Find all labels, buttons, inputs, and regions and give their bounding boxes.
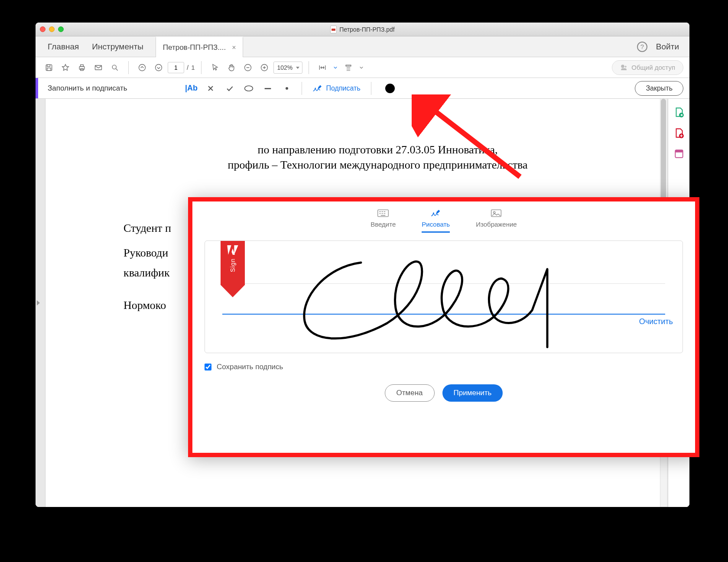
fill-sign-toolbar: Заполнить и подписать |Ab Подписать Зак [36, 78, 689, 99]
titlebar: Петров-ПП-РПЗ.pdf [36, 23, 689, 36]
edit-pdf-icon[interactable] [673, 148, 685, 159]
nav-home[interactable]: Главная [48, 42, 79, 52]
clear-signature-button[interactable]: Очистить [639, 317, 673, 326]
close-fill-sign-button[interactable]: Закрыть [635, 81, 683, 96]
page-current-input[interactable] [168, 62, 184, 73]
save-signature-checkbox[interactable] [205, 364, 211, 370]
signature-tab-image[interactable]: Изображение [476, 208, 517, 233]
chevron-down-icon[interactable] [332, 60, 339, 75]
star-icon[interactable] [58, 60, 73, 75]
zoom-out-icon[interactable] [240, 60, 255, 75]
fit-width-icon[interactable] [315, 60, 330, 75]
tab-type-label: Введите [370, 221, 396, 228]
svg-rect-20 [675, 150, 682, 152]
svg-rect-1 [47, 65, 50, 66]
signature-canvas[interactable]: Sign Очистить [205, 240, 683, 353]
checkmark-tool-icon[interactable] [221, 81, 238, 96]
share-button[interactable]: Общий доступ [612, 60, 683, 75]
document-tab[interactable]: Петров-ПП-РПЗ.... × [156, 36, 244, 57]
color-picker[interactable] [385, 84, 395, 93]
dot-tool-icon[interactable] [278, 81, 296, 96]
save-signature-row[interactable]: Сохранить подпись [205, 363, 683, 371]
page-sep: / [187, 64, 188, 71]
svg-rect-3 [79, 66, 84, 69]
svg-point-16 [286, 87, 288, 90]
svg-point-9 [156, 64, 162, 71]
svg-rect-4 [81, 65, 84, 66]
tabbar: Главная Инструменты Петров-ПП-РПЗ.... × … [36, 36, 689, 57]
page-up-icon[interactable] [135, 60, 150, 75]
svg-rect-2 [47, 68, 51, 70]
login-button[interactable]: Войти [656, 42, 679, 52]
create-pdf-icon[interactable] [673, 127, 685, 139]
doc-line-1: по направлению подготовки 27.03.05 Иннов… [124, 142, 632, 157]
text-tool-button[interactable]: |Ab [183, 81, 200, 96]
tab-draw-label: Рисовать [422, 221, 450, 228]
accent-bar [36, 78, 38, 98]
save-signature-label: Сохранить подпись [217, 363, 283, 371]
page-total: 1 [191, 64, 195, 71]
fill-sign-title: Заполнить и подписать [42, 84, 145, 93]
signature-tab-draw[interactable]: Рисовать [422, 208, 450, 233]
hand-tool-icon[interactable] [224, 60, 239, 75]
zoom-in-icon[interactable] [257, 60, 272, 75]
zoom-value: 102% [277, 64, 293, 71]
document-tab-label: Петров-ПП-РПЗ.... [163, 43, 226, 52]
x-mark-tool-icon[interactable] [202, 81, 219, 96]
sign-label: Подписать [326, 84, 361, 92]
signature-dialog: Введите Рисовать Изображение Sign Очисти… [188, 197, 699, 457]
sign-button[interactable]: Подписать [308, 84, 365, 93]
oval-tool-icon[interactable] [240, 81, 257, 96]
line-tool-icon[interactable] [259, 81, 276, 96]
svg-point-13 [621, 65, 624, 68]
nav-tools[interactable]: Инструменты [92, 42, 143, 52]
page-down-icon[interactable] [151, 60, 166, 75]
drawn-signature [270, 245, 608, 349]
main-toolbar: / 1 102% [36, 57, 689, 78]
export-pdf-icon[interactable] [673, 107, 685, 118]
ribbon-text: Sign [229, 258, 236, 272]
search-icon[interactable] [107, 60, 122, 75]
doc-line-2: профиль – Технологии международного пред… [124, 157, 632, 172]
zoom-select[interactable]: 102% [273, 62, 303, 74]
left-panel-toggle[interactable] [36, 99, 41, 507]
page-counter: / 1 [168, 62, 195, 73]
apply-button[interactable]: Применить [442, 384, 503, 402]
tab-image-label: Изображение [476, 221, 517, 228]
adobe-sign-ribbon: Sign [221, 241, 245, 297]
print-icon[interactable] [75, 60, 89, 75]
cancel-button[interactable]: Отмена [385, 384, 435, 402]
svg-rect-6 [95, 65, 102, 70]
svg-rect-15 [264, 88, 271, 89]
svg-point-24 [494, 211, 495, 213]
svg-point-7 [112, 65, 116, 69]
signature-tab-type[interactable]: Введите [370, 208, 396, 233]
window-title: Петров-ПП-РПЗ.pdf [339, 26, 394, 33]
mail-icon[interactable] [91, 60, 106, 75]
svg-rect-12 [346, 65, 351, 66]
save-icon[interactable] [42, 60, 56, 75]
selection-tool-icon[interactable] [208, 60, 222, 75]
svg-point-8 [139, 64, 146, 71]
page-display-icon[interactable] [341, 60, 356, 75]
pdf-file-icon [330, 26, 337, 33]
tab-close-icon[interactable]: × [232, 44, 236, 52]
help-icon[interactable]: ? [637, 42, 647, 52]
chevron-down-icon[interactable] [358, 60, 365, 75]
share-label: Общий доступ [631, 64, 675, 71]
svg-point-14 [244, 86, 253, 91]
